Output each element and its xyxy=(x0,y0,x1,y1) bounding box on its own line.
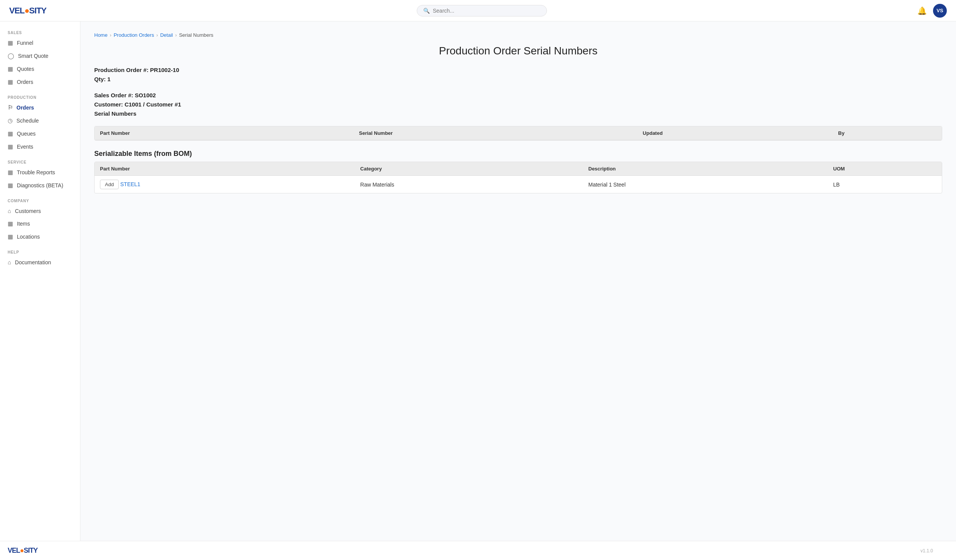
schedule-icon: ◷ xyxy=(8,117,13,124)
sidebar-item-smart-quote[interactable]: ◯ Smart Quote xyxy=(0,49,80,62)
production-order-number: Production Order #: PR1002-10 xyxy=(94,65,942,75)
qty: Qty: 1 xyxy=(94,75,942,84)
bom-uom-cell: LB xyxy=(828,176,942,193)
bom-col-category: Category xyxy=(355,162,583,176)
breadcrumb-serial-numbers: Serial Numbers xyxy=(179,32,213,38)
bom-section-title: Serializable Items (from BOM) xyxy=(94,150,942,158)
sidebar-item-quotes[interactable]: ▦ Quotes xyxy=(0,62,80,75)
main-content: Home › Production Orders › Detail › Seri… xyxy=(80,21,956,560)
customer: Customer: C1001 / Customer #1 xyxy=(94,100,942,109)
sales-order: Sales Order #: SO1002 xyxy=(94,91,942,100)
info-block: Production Order #: PR1002-10 Qty: 1 Sal… xyxy=(94,65,942,118)
sidebar-item-items[interactable]: ▦ Items xyxy=(0,217,80,230)
sidebar-item-queues[interactable]: ▦ Queues xyxy=(0,127,80,140)
serial-col-serial-number: Serial Number xyxy=(354,126,637,140)
sidebar-item-diagnostics[interactable]: ▦ Diagnostics (BETA) xyxy=(0,179,80,192)
serial-col-by: By xyxy=(833,126,942,140)
bom-description-cell: Material 1 Steel xyxy=(583,176,828,193)
table-row: Add STEEL1 Raw Materials Material 1 Stee… xyxy=(95,176,942,193)
serial-table: Part Number Serial Number Updated By xyxy=(95,126,942,140)
queues-icon: ▦ xyxy=(8,130,13,137)
breadcrumb-detail[interactable]: Detail xyxy=(160,32,173,38)
orders-icon: ▦ xyxy=(8,79,13,85)
bom-category-cell: Raw Materials xyxy=(355,176,583,193)
funnel-icon: ▦ xyxy=(8,39,13,46)
breadcrumb-production-orders[interactable]: Production Orders xyxy=(114,32,154,38)
locations-icon: ▦ xyxy=(8,233,13,240)
sidebar-item-documentation[interactable]: ⌂ Documentation xyxy=(0,256,80,269)
sidebar-label-locations: Locations xyxy=(17,234,40,240)
sidebar-item-events[interactable]: ▦ Events xyxy=(0,140,80,153)
serial-numbers-table: Part Number Serial Number Updated By xyxy=(94,126,942,141)
serial-col-updated: Updated xyxy=(637,126,833,140)
avatar[interactable]: VS xyxy=(933,4,947,18)
sidebar-label-queues: Queues xyxy=(17,131,36,137)
search-icon: 🔍 xyxy=(423,8,430,14)
logo-dot: ● xyxy=(25,6,29,15)
trouble-reports-icon: ▦ xyxy=(8,169,13,176)
bom-col-uom: UOM xyxy=(828,162,942,176)
bom-col-description: Description xyxy=(583,162,828,176)
bottom-bar: VEL●SITY v1.1.0 xyxy=(0,541,956,560)
sidebar-label-funnel: Funnel xyxy=(17,40,33,46)
search-input[interactable] xyxy=(433,8,540,14)
breadcrumb-sep-1: › xyxy=(110,33,111,38)
sidebar-label-trouble-reports: Trouble Reports xyxy=(17,169,55,175)
prod-orders-icon: ⚐ xyxy=(8,104,13,111)
logo: VEL●SITY xyxy=(9,6,46,16)
sidebar-label-prod-orders: Orders xyxy=(16,105,34,111)
bottom-logo: VEL●SITY xyxy=(8,547,38,555)
search-bar[interactable]: 🔍 xyxy=(417,5,547,16)
version-text: v1.1.0 xyxy=(907,544,947,557)
serial-numbers-label: Serial Numbers xyxy=(94,109,942,118)
breadcrumb-home[interactable]: Home xyxy=(94,32,108,38)
sidebar-item-schedule[interactable]: ◷ Schedule xyxy=(0,114,80,127)
sidebar-section-production: PRODUCTION xyxy=(0,92,80,101)
bom-data-table: Part Number Category Description UOM Add… xyxy=(95,162,942,193)
sidebar-item-orders[interactable]: ▦ Orders xyxy=(0,75,80,88)
sidebar-label-smart-quote: Smart Quote xyxy=(18,53,48,59)
sidebar-label-quotes: Quotes xyxy=(17,66,34,72)
bom-col-part-number: Part Number xyxy=(95,162,355,176)
bottom-logo-dot: ● xyxy=(20,547,24,554)
sidebar-section-help: HELP xyxy=(0,247,80,256)
items-icon: ▦ xyxy=(8,220,13,227)
page-title: Production Order Serial Numbers xyxy=(94,45,942,57)
smart-quote-icon: ◯ xyxy=(8,52,14,59)
breadcrumb: Home › Production Orders › Detail › Seri… xyxy=(94,32,942,38)
sidebar-label-events: Events xyxy=(17,144,33,150)
logo-text: VEL●SITY xyxy=(9,6,46,16)
events-icon: ▦ xyxy=(8,143,13,150)
quotes-icon: ▦ xyxy=(8,65,13,72)
sidebar-nav: SALES ▦ Funnel ◯ Smart Quote ▦ Quotes ▦ … xyxy=(0,21,80,545)
breadcrumb-sep-2: › xyxy=(156,33,158,38)
sidebar-item-locations[interactable]: ▦ Locations xyxy=(0,230,80,243)
sidebar-label-items: Items xyxy=(17,221,30,227)
diagnostics-icon: ▦ xyxy=(8,182,13,189)
bell-icon[interactable]: 🔔 xyxy=(917,6,927,15)
app-header: VEL●SITY 🔍 🔔 VS xyxy=(0,0,956,21)
bom-table: Part Number Category Description UOM Add… xyxy=(94,162,942,193)
sidebar-section-sales: SALES xyxy=(0,28,80,36)
sidebar-label-orders: Orders xyxy=(17,79,33,85)
sidebar-section-company: COMPANY xyxy=(0,196,80,205)
breadcrumb-sep-3: › xyxy=(175,33,177,38)
sidebar-item-customers[interactable]: ⌂ Customers xyxy=(0,205,80,217)
add-button[interactable]: Add xyxy=(100,180,119,189)
sidebar-label-documentation: Documentation xyxy=(15,259,51,265)
sidebar-section-service: SERVICE xyxy=(0,157,80,166)
sidebar-label-diagnostics: Diagnostics (BETA) xyxy=(17,182,63,188)
bom-part-number-cell: Add STEEL1 xyxy=(95,176,355,193)
sidebar-label-schedule: Schedule xyxy=(16,118,39,124)
sidebar-item-prod-orders[interactable]: ⚐ Orders xyxy=(0,101,80,114)
customers-icon: ⌂ xyxy=(8,208,11,214)
bottom-logo-text: VEL●SITY xyxy=(8,547,38,555)
steel1-link[interactable]: STEEL1 xyxy=(120,181,140,187)
sidebar: SALES ▦ Funnel ◯ Smart Quote ▦ Quotes ▦ … xyxy=(0,21,80,560)
sidebar-item-funnel[interactable]: ▦ Funnel xyxy=(0,36,80,49)
serial-col-part-number: Part Number xyxy=(95,126,354,140)
sidebar-label-customers: Customers xyxy=(15,208,41,214)
documentation-icon: ⌂ xyxy=(8,259,11,265)
sidebar-item-trouble-reports[interactable]: ▦ Trouble Reports xyxy=(0,166,80,179)
header-right: 🔔 VS xyxy=(917,4,947,18)
